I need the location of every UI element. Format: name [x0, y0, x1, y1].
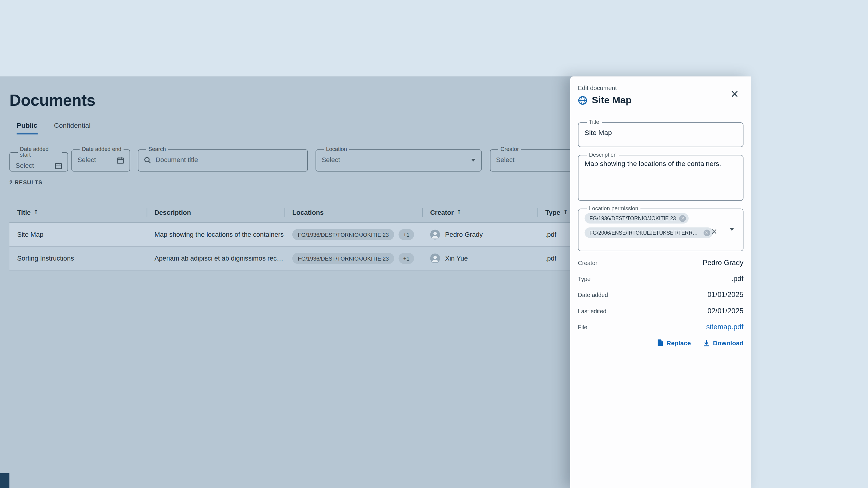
chevron-down-icon [471, 158, 475, 161]
cell-creator: Xin Yue [422, 253, 537, 263]
filter-label: Date added end [80, 147, 123, 152]
permission-chip[interactable]: FG/2006/ENSE/IRTOKULJETUKSET/TERRAI… × [585, 227, 713, 238]
location-permission-field[interactable]: Location permission FG/1936/DEST/TORNIO/… [578, 206, 744, 251]
remove-chip-icon[interactable]: × [679, 215, 686, 222]
sort-asc-icon: ↑ [457, 208, 462, 216]
cell-creator: Pedro Grady [422, 230, 537, 239]
panel-title: Site Map [592, 94, 631, 106]
replace-label: Replace [666, 339, 691, 346]
column-divider [537, 208, 538, 217]
filter-value: Select [16, 161, 55, 169]
more-locations-chip[interactable]: +1 [399, 253, 414, 264]
tab-public[interactable]: Public [17, 122, 37, 134]
column-header-creator[interactable]: Creator ↑ [422, 202, 537, 222]
column-divider [284, 208, 285, 217]
description-field[interactable]: Description Map showing the locations of… [578, 152, 744, 201]
download-button[interactable]: Download [703, 339, 744, 347]
filter-label: Location [324, 147, 349, 152]
panel-actions: Replace Download [578, 339, 744, 347]
field-label: Title [587, 120, 601, 125]
cell-locations: FG/1936/DEST/TORNIO/JOKITIE 23 +1 [284, 253, 422, 264]
field-label: Location permission [587, 206, 641, 211]
column-header-description[interactable]: Description [147, 202, 284, 222]
column-header-title[interactable]: Title ↑ [9, 202, 147, 222]
search-icon [144, 156, 151, 164]
column-label: Locations [292, 208, 324, 216]
detail-label: Type [578, 275, 591, 282]
location-chip[interactable]: FG/1936/DEST/TORNIO/JOKITIE 23 [292, 229, 395, 240]
tab-confidential[interactable]: Confidential [54, 122, 90, 134]
column-label: Title [17, 208, 31, 216]
cell-locations: FG/1936/DEST/TORNIO/JOKITIE 23 +1 [284, 229, 422, 240]
detail-value: Pedro Grady [703, 258, 743, 267]
detail-label: Last edited [578, 307, 607, 314]
description-field-value: Map showing the locations of the contain… [585, 159, 737, 168]
column-header-locations[interactable]: Locations [284, 202, 422, 222]
download-icon [703, 339, 710, 346]
field-label: Description [587, 152, 619, 158]
replace-button[interactable]: Replace [657, 339, 691, 347]
filter-value: Select [496, 156, 578, 164]
calendar-icon [55, 162, 62, 169]
file-link[interactable]: sitemap.pdf [706, 323, 743, 331]
filter-label: Search [146, 147, 168, 152]
filter-location[interactable]: Location Select [315, 147, 482, 172]
edit-document-panel: Edit document Site Map × Title Site Map … [570, 76, 751, 488]
column-label: Type [545, 208, 560, 216]
column-divider [422, 208, 423, 217]
filter-date-added-start[interactable]: Date added start Select [9, 147, 68, 172]
cell-title: Site Map [9, 231, 147, 238]
filter-search[interactable]: Search Document title [138, 147, 308, 172]
remove-chip-icon[interactable]: × [704, 229, 710, 236]
cell-description: Map showing the locations of the contain… [147, 231, 284, 238]
filter-value: Select [78, 156, 117, 164]
sort-asc-icon: ↑ [33, 208, 38, 216]
column-label: Description [154, 208, 191, 216]
search-placeholder: Document title [156, 156, 302, 164]
document-details: Creator Pedro Grady Type .pdf Date added… [578, 255, 744, 335]
chevron-down-icon[interactable] [730, 231, 734, 241]
creator-name: Pedro Grady [445, 231, 483, 238]
avatar [430, 253, 440, 263]
calendar-icon [117, 156, 124, 164]
detail-value: 02/01/2025 [707, 307, 744, 315]
filter-label: Creator [498, 147, 521, 152]
detail-row: Type .pdf [578, 270, 744, 287]
detail-label: Creator [578, 259, 597, 266]
filter-value: Select [321, 156, 471, 164]
close-icon[interactable]: × [730, 89, 739, 99]
column-divider [147, 208, 147, 217]
permission-chip-label: FG/2006/ENSE/IRTOKULJETUKSET/TERRAI… [590, 230, 700, 235]
detail-value: 01/01/2025 [707, 290, 744, 299]
permission-chip[interactable]: FG/1936/DEST/TORNIO/JOKITIE 23 × [585, 213, 689, 224]
title-field[interactable]: Title Site Map [578, 120, 744, 147]
avatar [430, 230, 440, 239]
title-field-value: Site Map [585, 129, 737, 137]
clear-icon[interactable]: × [711, 227, 718, 235]
cell-title: Sorting Instructions [9, 255, 147, 262]
panel-eyebrow: Edit document [578, 85, 744, 91]
detail-row: Last edited 02/01/2025 [578, 303, 744, 319]
cell-description: Aperiam ab adipisci et ab dignissimos re… [147, 255, 284, 262]
detail-row: Creator Pedro Grady [578, 255, 744, 270]
globe-icon [578, 96, 587, 105]
detail-label: Date added [578, 291, 608, 298]
panel-title-row: Site Map [578, 94, 744, 106]
download-label: Download [713, 339, 744, 346]
column-label: Creator [430, 208, 454, 216]
filter-label: Date added start [18, 147, 62, 158]
permission-chip-label: FG/1936/DEST/TORNIO/JOKITIE 23 [590, 215, 676, 221]
filter-date-added-end[interactable]: Date added end Select [71, 147, 130, 172]
detail-label: File [578, 324, 587, 330]
replace-file-icon [657, 339, 663, 347]
detail-row: File sitemap.pdf [578, 319, 744, 335]
creator-name: Xin Yue [445, 255, 468, 262]
more-locations-chip[interactable]: +1 [399, 229, 414, 240]
screen: Documents Public Confidential Date added… [0, 0, 868, 488]
sort-asc-icon: ↑ [563, 208, 568, 216]
detail-value: .pdf [732, 274, 744, 283]
corner-accent [0, 473, 9, 488]
detail-row: Date added 01/01/2025 [578, 287, 744, 302]
location-chip[interactable]: FG/1936/DEST/TORNIO/JOKITIE 23 [292, 253, 395, 264]
